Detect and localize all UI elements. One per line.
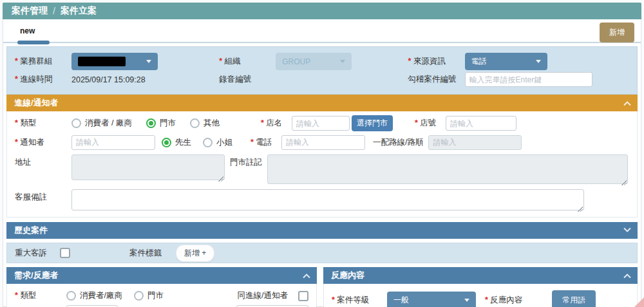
radio-other[interactable]: 其他 — [190, 118, 220, 129]
radio-consumer-vendor[interactable]: 消費者 / 廠商 — [71, 118, 132, 129]
caller-section-title: 進線/通知者 — [14, 97, 59, 109]
main-card: new 新增 業務群組 組織 — [3, 19, 641, 307]
service-note-textarea[interactable] — [71, 189, 584, 210]
same-as-caller-checkbox[interactable] — [298, 291, 308, 301]
case-level-row: 案件等級 一般 反應內容 常用語 — [332, 290, 628, 307]
radio-icon — [71, 118, 81, 128]
address-textarea — [71, 154, 225, 180]
resize-grip-icon — [577, 206, 583, 212]
service-note-label: 客服備註 — [15, 189, 71, 203]
same-as-caller-label: 同進線/通知者 — [238, 290, 288, 301]
source-info-label: 來源資訊 — [408, 56, 465, 67]
requester-type-label: 類型 — [15, 290, 66, 301]
notifier-label: 通知者 — [15, 137, 71, 148]
history-section-header[interactable]: 歷史案件 — [6, 222, 638, 239]
requester-section-header[interactable]: 需求/反應者 — [6, 267, 317, 284]
case-level-value: 一般 — [393, 295, 409, 306]
source-info-value: 電話 — [471, 56, 487, 67]
organization-label: 組織 — [211, 56, 276, 67]
tab-new[interactable]: new — [20, 19, 35, 43]
radio-icon — [66, 291, 76, 301]
breadcrumb-root[interactable]: 案件管理 — [12, 5, 48, 17]
radio-store[interactable]: 門市 — [146, 118, 176, 129]
radio-icon — [203, 138, 213, 147]
radio-store-2[interactable]: 門市 — [134, 290, 164, 301]
radio-selected-icon — [162, 138, 171, 147]
major-complaint-label: 重大客訴 — [15, 248, 60, 259]
info-row-1: 業務群組 組織 GROUP 來源資訊 — [15, 53, 629, 70]
response-content-label: 反應內容 — [485, 295, 522, 306]
select-store-button[interactable]: 選擇門市 — [352, 115, 393, 131]
case-level-label: 案件等級 — [332, 295, 387, 306]
audit-case-no-input[interactable] — [465, 72, 592, 87]
caller-type-label: 類型 — [15, 118, 71, 129]
page: 案件管理 / 案件立案 new 新增 業務群組 — [0, 0, 644, 307]
notifier-input[interactable] — [71, 135, 155, 150]
address-label: 地址 — [15, 154, 71, 168]
address-row: 地址 門市註記 — [15, 154, 629, 187]
notifier-row: 通知者 先生 小姐 電話 一配路線/路順 — [15, 135, 629, 150]
route-input — [428, 135, 522, 150]
radio-ms[interactable]: 小姐 — [203, 137, 232, 148]
recording-no-label: 錄音編號 — [211, 74, 276, 85]
radio-icon — [134, 291, 144, 301]
chevron-down-icon[interactable] — [623, 225, 630, 232]
dropdown-caret-icon — [536, 60, 541, 63]
radio-selected-icon — [146, 118, 156, 128]
breadcrumb: 案件管理 / 案件立案 — [3, 3, 641, 19]
business-group-label: 業務群組 — [15, 56, 71, 67]
case-tags-label: 案件標籤 — [129, 248, 162, 259]
dropdown-caret-icon — [340, 60, 345, 63]
requester-panel: 需求/反應者 類型 消費者/廠商 門市 — [6, 267, 317, 307]
caller-type-row: 類型 消費者 / 廠商 門市 其他 店名 選擇門市 — [15, 115, 629, 131]
requester-type-row: 類型 消費者/廠商 門市 同進線/通知者 — [15, 290, 308, 301]
requester-section-body: 類型 消費者/廠商 門市 同進線/通知者 — [6, 284, 317, 307]
caller-section-header[interactable]: 進線/通知者 — [6, 95, 638, 111]
radio-icon — [190, 118, 200, 128]
chevron-up-icon[interactable] — [623, 274, 630, 281]
page-title: 案件立案 — [61, 5, 97, 17]
info-row-2: 進線時間 2025/09/17 15:09:28 錄音編號 勾稽案件編號 — [15, 72, 629, 87]
flags-row: 重大客訴 案件標籤 新增 + — [6, 243, 638, 263]
business-group-dropdown[interactable] — [71, 53, 158, 70]
route-label: 一配路線/路順 — [373, 137, 423, 148]
response-section-header[interactable]: 反應內容 — [323, 267, 638, 284]
history-section-title: 歷史案件 — [14, 225, 48, 236]
response-section-title: 反應內容 — [331, 270, 365, 281]
service-note-row: 客服備註 — [15, 189, 629, 213]
store-note-label: 門市註記 — [230, 154, 267, 168]
inbound-time-label: 進線時間 — [15, 74, 71, 85]
caller-phone-label: 電話 — [251, 137, 281, 148]
organization-value: GROUP — [282, 57, 310, 66]
corner-resize-icon — [634, 297, 644, 307]
caller-phone-input[interactable] — [281, 135, 365, 150]
chevron-up-icon[interactable] — [303, 274, 310, 281]
add-case-button[interactable]: 新增 — [600, 23, 634, 42]
add-tag-button[interactable]: 新增 + — [176, 245, 214, 262]
store-name-label: 店名 — [261, 118, 292, 129]
store-no-input[interactable] — [446, 116, 516, 131]
organization-dropdown: GROUP — [276, 53, 352, 70]
dropdown-caret-icon — [146, 60, 151, 63]
store-name-input[interactable] — [292, 116, 350, 131]
radio-mr[interactable]: 先生 — [162, 137, 191, 148]
audit-case-no-label: 勾稽案件編號 — [408, 74, 465, 85]
store-no-label: 店號 — [415, 118, 446, 129]
store-note-textarea — [267, 154, 628, 184]
tab-bar: new 新增 — [3, 19, 641, 43]
breadcrumb-separator: / — [53, 6, 55, 16]
dropdown-caret-icon — [464, 299, 469, 302]
response-panel: 反應內容 案件等級 一般 反應內容 常用語 — [323, 267, 638, 307]
inbound-time-value: 2025/09/17 15:09:28 — [71, 75, 146, 84]
chevron-up-icon[interactable] — [623, 101, 630, 108]
redacted-value — [78, 57, 126, 66]
radio-consumer-vendor-2[interactable]: 消費者/廠商 — [66, 290, 122, 301]
major-complaint-checkbox[interactable] — [60, 248, 70, 258]
caller-section-body: 類型 消費者 / 廠商 門市 其他 店名 選擇門市 — [6, 111, 638, 218]
response-section-body: 案件等級 一般 反應內容 常用語 業務群組 公共自行車 — [323, 284, 638, 307]
bottom-panels: 需求/反應者 類型 消費者/廠商 門市 — [6, 267, 638, 307]
resize-grip-icon — [621, 180, 627, 185]
source-info-dropdown[interactable]: 電話 — [465, 53, 547, 70]
common-phrases-button[interactable]: 常用語 — [552, 290, 596, 307]
case-level-dropdown[interactable]: 一般 — [387, 292, 476, 307]
